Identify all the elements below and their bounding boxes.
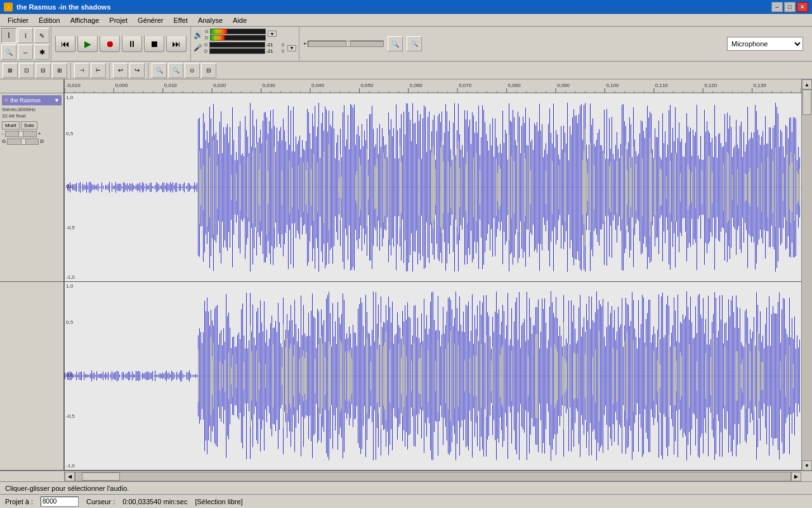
svg-rect-1187 <box>447 311 447 440</box>
svg-rect-1439 <box>697 361 697 391</box>
silence-btn[interactable]: ⊡ <box>19 63 34 78</box>
h-scroll-right-btn[interactable]: ▶ <box>791 472 801 481</box>
svg-rect-1299 <box>558 336 559 416</box>
svg-rect-383 <box>377 158 377 217</box>
scroll-up-btn[interactable]: ▲ <box>802 79 812 90</box>
hint-text: Cliquer-glisser pour sélectionner l'audi… <box>5 485 129 492</box>
track-name-bar-top[interactable]: ✕ the Rasmus ▼ <box>2 95 62 105</box>
svg-rect-1530 <box>789 345 790 407</box>
output-meter-dropdown-btn[interactable]: ▼ <box>268 30 277 37</box>
svg-rect-755 <box>745 173 745 201</box>
svg-rect-777 <box>766 144 767 231</box>
svg-rect-1001 <box>274 327 275 424</box>
svg-rect-1310 <box>567 343 568 408</box>
svg-rect-190 <box>185 187 186 188</box>
svg-rect-1395 <box>655 333 655 418</box>
microphone-select[interactable]: Microphone Line In Stereo Mix <box>727 37 803 51</box>
svg-rect-198 <box>195 185 196 190</box>
envelope-tool[interactable]: ⌇ <box>18 28 33 43</box>
menu-fichier[interactable]: Fichier <box>3 15 34 25</box>
record-button[interactable]: ⏺ <box>100 36 120 52</box>
zoom-sel2-btn[interactable]: ⊙ <box>185 63 200 78</box>
menu-affichage[interactable]: Affichage <box>65 15 105 25</box>
solo-button[interactable]: Solo <box>21 121 37 130</box>
menu-effet[interactable]: Effet <box>168 15 192 25</box>
svg-rect-1327 <box>584 318 584 435</box>
cursor-tool[interactable]: I <box>1 28 16 43</box>
svg-rect-1276 <box>535 335 536 418</box>
zoom-out-btn[interactable]: 🔍 <box>407 36 422 51</box>
undo-btn[interactable]: ↩ <box>113 63 128 78</box>
svg-rect-1410 <box>669 335 669 417</box>
svg-rect-714 <box>704 110 705 265</box>
zoom-fit2-btn[interactable]: ⊟ <box>201 63 216 78</box>
rewind-button[interactable]: ⏮ <box>55 36 75 52</box>
play-button[interactable]: ▶ <box>77 36 98 52</box>
svg-rect-1319 <box>575 354 575 399</box>
svg-rect-775 <box>764 145 764 230</box>
paste-btn[interactable]: ⊞ <box>52 63 67 78</box>
zoom-slider-thumb[interactable] <box>346 41 351 47</box>
svg-rect-484 <box>476 153 476 222</box>
trim-btn[interactable]: ⊠ <box>3 63 18 78</box>
h-scroll-thumb[interactable] <box>82 472 120 481</box>
pause-button[interactable]: ⏸ <box>122 36 142 52</box>
zoom-in-btn[interactable]: 🔍 <box>388 36 403 51</box>
svg-rect-268 <box>265 112 266 263</box>
track-dropdown-icon[interactable]: ▼ <box>54 97 60 104</box>
svg-rect-540 <box>530 170 531 204</box>
trim-left-btn[interactable]: ⊣ <box>74 63 89 78</box>
svg-rect-1427 <box>684 319 684 433</box>
svg-rect-966 <box>239 333 239 420</box>
move-tool[interactable]: ↔ <box>18 44 33 60</box>
svg-rect-170 <box>160 186 160 189</box>
forward-button[interactable]: ⏭ <box>166 36 187 52</box>
menu-aide[interactable]: Aide <box>228 15 252 25</box>
zoom-in2-btn[interactable]: 🔍 <box>152 63 167 78</box>
svg-rect-1317 <box>573 352 574 399</box>
stop-button[interactable]: ⏹ <box>144 36 164 52</box>
scroll-down-btn[interactable]: ▼ <box>802 460 812 471</box>
minimize-button[interactable]: – <box>771 2 783 12</box>
svg-rect-282 <box>279 131 280 244</box>
close-button[interactable]: ✕ <box>797 2 808 12</box>
v-scroll-thumb[interactable] <box>802 90 811 115</box>
svg-rect-1249 <box>505 339 506 413</box>
svg-rect-750 <box>740 126 740 250</box>
trim-right-btn[interactable]: ⊢ <box>91 63 106 78</box>
h-scroll-track[interactable] <box>75 472 791 481</box>
v-scroll-track[interactable] <box>802 90 812 460</box>
pan-slider[interactable] <box>7 138 39 145</box>
svg-rect-535 <box>527 145 527 230</box>
menu-edition[interactable]: Édition <box>34 15 65 25</box>
svg-rect-331 <box>327 132 328 243</box>
maximize-button[interactable]: □ <box>784 2 796 12</box>
svg-rect-234 <box>231 175 232 201</box>
svg-rect-212 <box>208 143 209 232</box>
redo-btn[interactable]: ↪ <box>129 63 145 78</box>
h-scroll-left-btn[interactable]: ◀ <box>65 472 75 481</box>
menu-projet[interactable]: Projet <box>104 15 133 25</box>
zoom-out2-btn[interactable]: 🔍 <box>168 63 183 78</box>
svg-rect-175 <box>166 183 167 192</box>
volume-slider[interactable] <box>5 131 37 137</box>
close-track-icon[interactable]: ✕ <box>4 97 9 104</box>
svg-rect-842 <box>95 375 96 377</box>
ruler-svg: -0,0100,0000,0100,0200,0300,0400,0500,06… <box>65 79 801 93</box>
projet-input[interactable] <box>41 497 79 507</box>
waveform-top[interactable]: 1,0 0,5 0,0 -0,5 -1,0 <box>65 93 801 282</box>
copy-btn[interactable]: ⊟ <box>36 63 51 78</box>
menu-generer[interactable]: Générer <box>133 15 168 25</box>
input-meter-dropdown-btn[interactable]: ▼ <box>287 45 296 51</box>
draw-tool[interactable]: ✎ <box>34 28 49 43</box>
svg-rect-1457 <box>716 298 716 454</box>
waveform-bottom[interactable]: 1,0 0,5 0,0 -0,5 -1,0 <box>65 282 801 471</box>
mute-button[interactable]: Muet <box>2 121 20 130</box>
menu-analyse[interactable]: Analyse <box>193 15 228 25</box>
zoom-slider-track[interactable] <box>308 41 384 47</box>
svg-rect-935 <box>211 337 211 415</box>
zoom-tool[interactable]: 🔍 <box>1 44 16 60</box>
svg-rect-457 <box>452 160 452 215</box>
multi-tool[interactable]: ✱ <box>34 44 49 60</box>
app-window: ♪ the Rasmus -in the shadows – □ ✕ Fichi… <box>0 0 812 508</box>
